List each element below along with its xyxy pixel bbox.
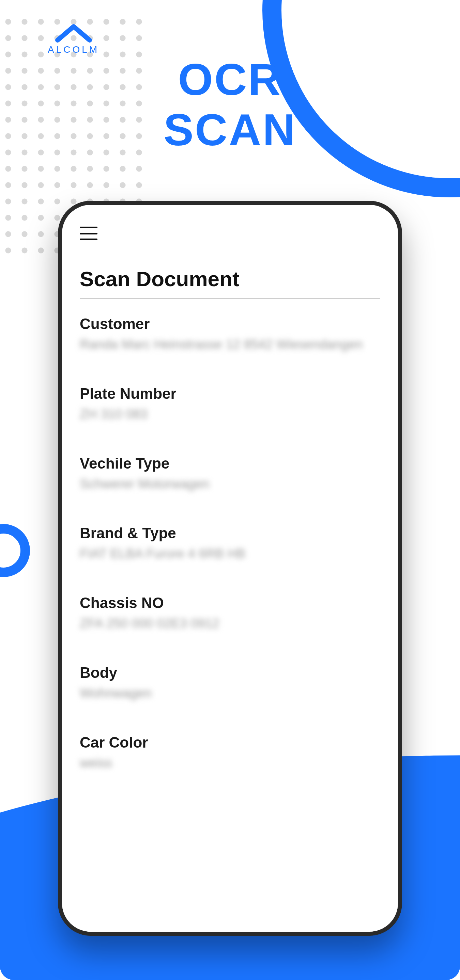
promo-title: OCR SCAN [0, 54, 460, 155]
field-value: Schwerer Motorwagen [80, 477, 380, 492]
field-car-color: Car Color weiss [80, 734, 380, 770]
field-vehicle-type: Vechile Type Schwerer Motorwagen [80, 455, 380, 492]
field-customer: Customer Randa Marc Heinstrasse 12 8542 … [80, 315, 380, 352]
decorative-ring-left [0, 524, 30, 577]
field-label: Brand & Type [80, 525, 380, 542]
field-body: Body Wohnwagen [80, 664, 380, 701]
field-label: Vechile Type [80, 455, 380, 472]
field-value: FIAT ELBA Furore 4 6RB HB [80, 546, 380, 561]
field-brand-type: Brand & Type FIAT ELBA Furore 4 6RB HB [80, 525, 380, 561]
field-value: ZFA 250 000 02E3 0912 [80, 616, 380, 631]
field-chassis-no: Chassis NO ZFA 250 000 02E3 0912 [80, 595, 380, 631]
brand-name: ALCOLM [48, 44, 99, 55]
phone-side-button-2 [58, 633, 59, 729]
field-plate-number: Plate Number ZH 310 083 [80, 385, 380, 422]
field-label: Car Color [80, 734, 380, 751]
field-value: Randa Marc Heinstrasse 12 8542 Wiesendan… [80, 337, 380, 352]
logo-chevron-icon [55, 24, 92, 43]
brand-logo: ALCOLM [48, 24, 99, 55]
field-label: Plate Number [80, 385, 380, 402]
phone-mockup: Scan Document Customer Randa Marc Heinst… [58, 201, 402, 936]
field-label: Customer [80, 315, 380, 332]
phone-side-button-1 [58, 555, 59, 606]
app-screen: Scan Document Customer Randa Marc Heinst… [62, 205, 398, 932]
field-value: Wohnwagen [80, 686, 380, 701]
field-label: Body [80, 664, 380, 681]
field-value: weiss [80, 756, 380, 770]
field-label: Chassis NO [80, 595, 380, 611]
page-title: Scan Document [80, 267, 380, 299]
field-value: ZH 310 083 [80, 407, 380, 422]
hamburger-menu-icon[interactable] [80, 227, 97, 240]
